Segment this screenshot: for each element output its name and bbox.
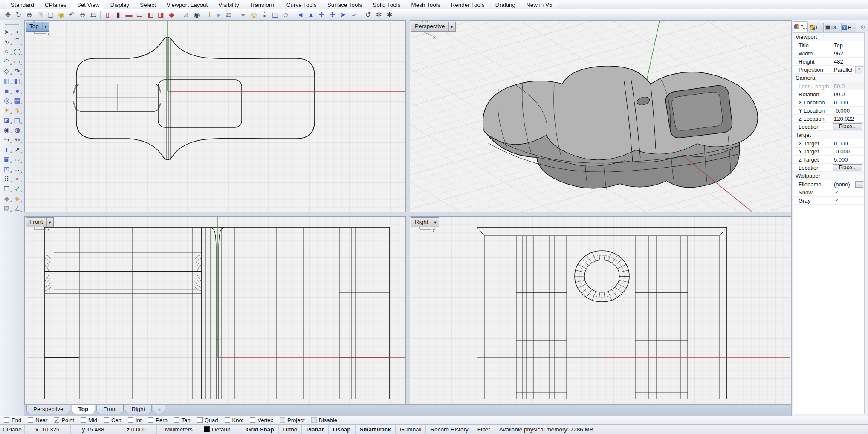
move-point-tool-button[interactable]: ➚ <box>12 145 23 154</box>
arc-tool-button[interactable]: ◠ <box>1 56 12 66</box>
view-plane-top-button[interactable]: ▲ <box>306 10 316 20</box>
menu-tab-cplanes[interactable]: CPlanes <box>38 1 74 9</box>
osnap-checkbox-quad[interactable] <box>197 417 203 423</box>
status-pane-osnap[interactable]: Osnap <box>329 425 356 434</box>
set-camera-target-button[interactable]: ⌖ <box>238 10 249 20</box>
osnap-cen[interactable]: Cen <box>104 417 122 423</box>
menu-tab-set-view[interactable]: Set View <box>70 1 107 9</box>
osnap-checkbox-point[interactable]: ✓ <box>54 417 59 423</box>
explode-tool-button[interactable]: ✶ <box>1 105 12 115</box>
fly-view-front-button[interactable]: ✢ <box>316 10 327 20</box>
mesh-object-tool-button[interactable]: ◆ <box>1 194 12 203</box>
sidebar-grip[interactable] <box>5 23 19 25</box>
prop-value-y-location[interactable]: -0.000 <box>832 107 863 114</box>
wireframe-2d-view-button[interactable]: 2D <box>223 10 234 20</box>
osnap-vertex[interactable]: Vertex <box>250 417 273 423</box>
torus-tool-button[interactable]: ◎ <box>1 95 12 105</box>
fly-view-top-button[interactable]: ✣ <box>327 10 338 20</box>
viewport-tab-front[interactable]: Front <box>96 405 124 414</box>
prop-browse-button[interactable]: ... <box>855 181 863 188</box>
status-pane-ortho[interactable]: Ortho <box>279 425 302 434</box>
prop-checkbox-show[interactable]: ✓ <box>834 190 839 195</box>
prop-value-height[interactable]: 482 <box>832 58 863 65</box>
prop-value-lens-length[interactable]: 50.0 <box>832 83 863 90</box>
viewport-tab-right[interactable]: Right <box>125 405 152 414</box>
prop-value-z-target[interactable]: 5.000 <box>832 156 863 163</box>
osnap-checkbox-mid[interactable] <box>81 417 86 423</box>
osnap-checkbox-near[interactable] <box>28 417 33 423</box>
menu-tab-curve-tools[interactable]: Curve Tools <box>279 1 324 9</box>
rectangle-tool-button[interactable]: ▭ <box>12 56 23 66</box>
helicopter-view-button[interactable]: ➢ <box>348 10 359 20</box>
walkabout-button[interactable]: ✲ <box>373 10 384 20</box>
pan-view-button[interactable]: ✥ <box>3 10 13 20</box>
zoom-selected-button[interactable]: ◉ <box>56 10 67 20</box>
prop-value-z-location[interactable]: 120.022 <box>832 116 863 122</box>
zoom-window-button[interactable]: ⊡ <box>35 10 45 20</box>
extrude-tool-button[interactable]: ◰ <box>1 164 12 174</box>
osnap-int[interactable]: Int <box>128 417 142 423</box>
menu-tab-visibility[interactable]: Visibility <box>211 1 246 9</box>
menu-tab-drafting[interactable]: Drafting <box>488 1 523 9</box>
viewport-layout-button[interactable]: ❒ <box>202 10 213 20</box>
osnap-perp[interactable]: Perp <box>148 417 167 423</box>
zoom-dynamic-button[interactable]: ⊕ <box>24 10 35 20</box>
cplane-pane[interactable]: CPlane <box>0 425 25 434</box>
viewport-front-menu-arrow-icon[interactable]: ▼ <box>46 218 53 227</box>
osnap-checkbox-tan[interactable] <box>174 417 179 423</box>
text-tool-button[interactable]: T <box>1 145 12 154</box>
viewport-perspective-menu-arrow-icon[interactable]: ▼ <box>448 22 455 31</box>
osnap-checkbox-end[interactable] <box>4 417 9 423</box>
join-tool-button[interactable]: ↯ <box>12 105 23 115</box>
prop-value-rotation[interactable]: 90.0 <box>832 91 863 98</box>
menu-tab-display[interactable]: Display <box>103 1 136 9</box>
prop-location-place-button[interactable]: Place... <box>833 123 862 130</box>
view-plane-left-button[interactable]: ◄ <box>295 10 306 20</box>
menu-tab-select[interactable]: Select <box>133 1 163 9</box>
prop-value-width[interactable]: 962 <box>832 50 863 57</box>
viewport-right-title[interactable]: Right <box>411 218 432 227</box>
prop-value-title[interactable]: Top <box>832 42 863 49</box>
prop-dropdown-projection[interactable]: ▼ <box>855 66 863 73</box>
render-mesh-preview-tool-button[interactable]: ◈ <box>12 194 23 203</box>
viewport-top-menu-arrow-icon[interactable]: ▼ <box>42 22 49 31</box>
interpolate-curve-tool-button[interactable]: ⌒ <box>12 37 23 46</box>
osnap-quad[interactable]: Quad <box>197 417 218 423</box>
split-tool-button[interactable]: ◫ <box>12 115 23 125</box>
osnap-tan[interactable]: Tan <box>174 417 191 423</box>
osnap-checkbox-disable[interactable] <box>311 417 317 423</box>
status-pane-record-history[interactable]: Record History <box>426 425 473 434</box>
units-pane[interactable]: Millimeters <box>157 425 201 434</box>
turntable-button[interactable]: ↺ <box>363 10 373 20</box>
prop-checkbox-gray[interactable]: ✓ <box>834 198 839 203</box>
tab-layers[interactable]: L... <box>809 23 824 32</box>
menu-tab-surface-tools[interactable]: Surface Tools <box>320 1 370 9</box>
multiple-points-tool-button[interactable]: ∴ <box>12 164 23 174</box>
menu-tab-transform[interactable]: Transform <box>243 1 283 9</box>
osnap-end[interactable]: End <box>4 417 21 423</box>
shaded-view-button[interactable]: ● <box>213 10 223 20</box>
osnap-knot[interactable]: Knot <box>225 417 244 423</box>
osnap-mid[interactable]: Mid <box>81 417 97 423</box>
viewport-tab-perspective[interactable]: Perspective <box>26 405 70 414</box>
menu-tab-mesh-tools[interactable]: Mesh Tools <box>404 1 447 9</box>
zoom-out-button[interactable]: ⊖ <box>77 10 88 20</box>
prop-location-place-button[interactable]: Place... <box>833 164 862 171</box>
zoom-extents-button[interactable]: ▢ <box>45 10 56 20</box>
set-view-left-button[interactable]: ◧ <box>145 10 156 20</box>
set-view-bottom-button[interactable]: ▭ <box>134 10 145 20</box>
area-analysis-tool-button[interactable]: ▧ <box>1 203 12 213</box>
rotate-view-button[interactable]: ↻ <box>13 10 24 20</box>
place-target-button[interactable]: ⇣ <box>259 10 270 20</box>
osnap-checkbox-perp[interactable] <box>148 417 153 423</box>
osnap-checkbox-cen[interactable] <box>104 417 109 423</box>
osnap-checkbox-vertex[interactable] <box>250 417 255 423</box>
status-pane-gumball[interactable]: Gumball <box>396 425 426 434</box>
viewport-perspective-title[interactable]: Perspective <box>411 22 448 31</box>
tab-properties[interactable]: P... <box>793 21 808 32</box>
menu-tab-solid-tools[interactable]: Solid Tools <box>365 1 408 9</box>
prop-value-x-target[interactable]: 0.000 <box>832 140 863 147</box>
set-view-front-button[interactable]: ▯ <box>102 10 113 20</box>
show-camera-target-button[interactable]: ◎ <box>249 10 259 20</box>
osnap-point[interactable]: ✓Point <box>54 417 74 423</box>
